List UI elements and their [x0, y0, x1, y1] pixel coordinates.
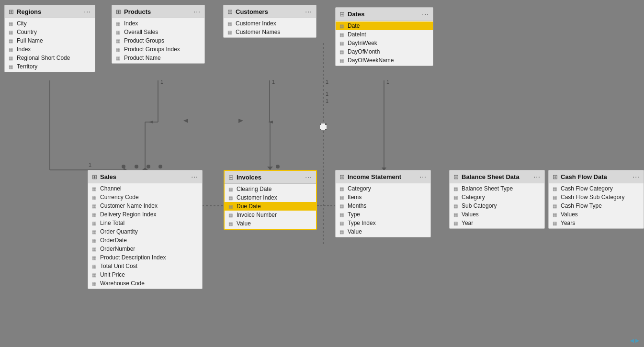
field-label: Cash Flow Category	[561, 185, 613, 192]
field-icon: ▦	[453, 221, 459, 226]
field-icon: ▦	[339, 41, 345, 46]
table-row: ▦Category	[336, 184, 430, 193]
field-icon: ▦	[116, 21, 122, 26]
field-label: Months	[348, 202, 366, 209]
field-label: Line Total	[100, 220, 124, 226]
field-icon: ▦	[339, 195, 345, 200]
customers-more-button[interactable]: ···	[305, 8, 312, 15]
field-label: Clearing Date	[237, 186, 271, 192]
field-label: DayOfWeekName	[348, 57, 394, 64]
table-row: ▦Values	[450, 210, 544, 219]
field-label: Values	[462, 211, 479, 218]
table-row: ▦Date	[336, 22, 433, 30]
field-icon: ▦	[92, 238, 98, 243]
field-icon: ▦	[339, 32, 345, 37]
svg-point-29	[135, 165, 138, 168]
table-row: ▦Customer Names	[224, 28, 316, 36]
table-row: ▦Product Name	[112, 54, 204, 62]
regions-grid-icon: ⊞	[9, 8, 14, 15]
customers-grid-icon: ⊞	[227, 8, 233, 15]
balance-sheet-header: ⊞ Balance Sheet Data ···	[450, 170, 544, 183]
field-label: Customer Name Index	[100, 202, 158, 209]
field-icon: ▦	[92, 246, 98, 252]
field-icon: ▦	[228, 213, 234, 218]
table-row: ▦Cash Flow Category	[549, 184, 644, 193]
table-row: ▦Full Name	[5, 36, 95, 45]
income-statement-header: ⊞ Income Statement ···	[336, 170, 430, 183]
table-row: ▦Warehouse Code	[88, 279, 202, 288]
field-label: Product Groups	[124, 37, 164, 44]
regions-more-button[interactable]: ···	[84, 8, 91, 15]
field-label: Customer Index	[236, 20, 276, 27]
field-icon: ▦	[116, 56, 122, 61]
table-row: ▦Items	[336, 193, 430, 201]
field-label: Date	[348, 22, 360, 29]
field-icon: ▦	[339, 221, 345, 226]
field-icon: ▦	[92, 221, 98, 226]
cash-flow-more-button[interactable]: ···	[633, 173, 640, 180]
income-statement-more-button[interactable]: ···	[419, 173, 427, 180]
table-row: ▦Category	[450, 193, 544, 201]
cash-flow-body: ▦Cash Flow Category ▦Cash Flow Sub Categ…	[549, 183, 644, 228]
field-label: Balance Sheet Type	[462, 185, 513, 192]
table-row: ▦Years	[549, 219, 644, 227]
field-label: OrderDate	[100, 237, 127, 244]
table-row: ▦Total Unit Cost	[88, 262, 202, 270]
invoices-grid-icon: ⊞	[228, 174, 234, 181]
sales-grid-icon: ⊞	[92, 173, 97, 180]
svg-point-28	[122, 165, 125, 168]
field-icon: ▦	[228, 204, 234, 209]
table-row: ▦Unit Price	[88, 270, 202, 279]
customers-header: ⊞ Customers ···	[224, 5, 316, 18]
field-icon: ▦	[227, 21, 233, 26]
field-label: Warehouse Code	[100, 280, 145, 287]
sales-table: ⊞ Sales ··· ▦Channel ▦Currency Code ▦Cus…	[88, 170, 203, 289]
sales-more-button[interactable]: ···	[191, 173, 198, 180]
field-icon: ▦	[228, 187, 234, 192]
table-row: ▦Clearing Date	[225, 185, 316, 193]
svg-marker-15	[268, 121, 273, 123]
svg-point-30	[147, 165, 150, 168]
field-label: Category	[462, 194, 485, 201]
invoices-more-button[interactable]: ···	[305, 173, 312, 181]
table-row: ▦Value	[225, 219, 316, 228]
svg-text:1: 1	[272, 79, 275, 85]
table-row: ▦OrderNumber	[88, 245, 202, 253]
field-label: Type	[348, 211, 360, 218]
field-icon: ▦	[116, 47, 122, 52]
field-label: DayInWeek	[348, 40, 377, 46]
field-icon: ▦	[453, 212, 459, 217]
field-icon: ▦	[9, 64, 14, 69]
dates-more-button[interactable]: ···	[422, 10, 429, 18]
table-row: ▦Index	[5, 45, 95, 54]
field-icon: ▦	[339, 212, 345, 217]
cash-flow-grid-icon: ⊞	[553, 173, 558, 180]
field-icon: ▦	[9, 38, 14, 44]
field-label: Product Name	[124, 55, 161, 61]
invoices-header: ⊞ Invoices ···	[225, 171, 316, 184]
table-row: ▦Order Quantity	[88, 227, 202, 236]
customers-table: ⊞ Customers ··· ▦Customer Index ▦Custome…	[223, 5, 316, 38]
regions-title: Regions	[17, 8, 81, 15]
field-label: Due Date	[237, 203, 261, 210]
field-icon: ▦	[228, 195, 234, 201]
field-label: Unit Price	[100, 271, 125, 278]
field-icon: ▦	[227, 30, 233, 35]
field-icon: ▦	[339, 23, 345, 29]
products-more-button[interactable]: ···	[193, 8, 201, 15]
balance-sheet-more-button[interactable]: ···	[533, 173, 541, 180]
cash-flow-header: ⊞ Cash Flow Data ···	[549, 170, 644, 183]
table-row: ▦Values	[549, 210, 644, 219]
field-label: Order Quantity	[100, 228, 138, 235]
customers-title: Customers	[236, 8, 302, 15]
income-statement-table: ⊞ Income Statement ··· ▦Category ▦Items …	[335, 170, 431, 237]
field-icon: ▦	[553, 186, 558, 191]
products-table: ⊞ Products ··· ▦Index ▦Overall Sales ▦Pr…	[112, 5, 205, 64]
field-label: Full Name	[17, 37, 43, 44]
field-icon: ▦	[92, 255, 98, 260]
field-label: Invoice Number	[237, 212, 277, 218]
table-row: ▦Regional Short Code	[5, 54, 95, 62]
regions-header: ⊞ Regions ···	[5, 5, 95, 18]
field-icon: ▦	[92, 272, 98, 278]
dates-body: ▦Date ▦DateInt ▦DayInWeek ▦DayOfMonth ▦D…	[336, 21, 433, 66]
